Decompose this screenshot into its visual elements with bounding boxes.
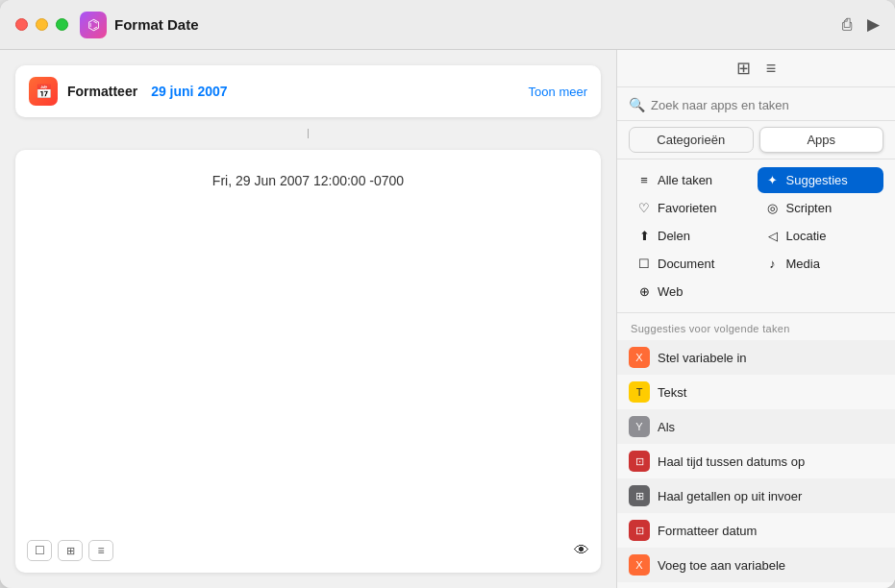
suggestion-label: Haal tijd tussen datums op (658, 454, 805, 469)
scripts-icon: ◎ (765, 201, 781, 215)
all-tasks-icon: ≡ (636, 173, 652, 187)
flow-connector (308, 129, 309, 138)
suggestion-label: Stel variabele in (658, 351, 747, 365)
category-location-label: Locatie (786, 229, 827, 243)
category-document[interactable]: ☐ Document (629, 251, 756, 277)
list-item[interactable]: T Tekst (617, 375, 895, 409)
category-share-label: Delen (658, 229, 690, 243)
document-icon: ☐ (636, 257, 652, 271)
category-grid: ≡ Alle taken ✦ Suggesties ♡ Favorieten ◎… (617, 159, 895, 313)
list-view-button[interactable]: ≡ (88, 540, 113, 561)
category-share[interactable]: ⬆ Delen (629, 223, 756, 249)
result-block: Fri, 29 Jun 2007 12:00:00 -0700 ☐ ⊞ ≡ 👁 (15, 150, 601, 573)
category-location[interactable]: ◁ Locatie (758, 223, 884, 249)
fullscreen-button[interactable] (56, 18, 68, 31)
web-icon: ⊕ (636, 284, 652, 299)
left-panel: 📅 Formatteer 29 juni 2007 Toon meer Fri,… (0, 50, 616, 588)
category-web-label: Web (658, 284, 684, 299)
suggestion-icon: Y (629, 416, 650, 437)
suggestion-icon: ⊡ (629, 451, 650, 472)
list-item[interactable]: ⊡ Formatteer datum (617, 513, 895, 548)
share-icon[interactable]: ⎙ (842, 15, 852, 35)
tab-bar: Categorieën Apps (617, 121, 895, 159)
category-media[interactable]: ♪ Media (758, 251, 884, 277)
category-document-label: Document (658, 257, 714, 271)
category-all[interactable]: ≡ Alle taken (629, 167, 756, 193)
list-item[interactable]: Y Als (617, 409, 895, 444)
category-suggestions[interactable]: ✦ Suggesties (758, 167, 884, 193)
category-favorites[interactable]: ♡ Favorieten (629, 195, 756, 221)
titlebar: ⌬ Format Date ⎙ ▶ (0, 0, 895, 50)
eye-icon[interactable]: 👁 (574, 542, 589, 559)
search-input[interactable] (651, 98, 883, 112)
category-scripts[interactable]: ◎ Scripten (758, 195, 884, 221)
tab-categories[interactable]: Categorieën (629, 127, 754, 153)
add-to-dock-icon[interactable]: ⊞ (736, 58, 751, 79)
view-buttons: ☐ ⊞ ≡ (27, 540, 113, 561)
suggestion-icon: X (629, 347, 650, 368)
result-toolbar: ☐ ⊞ ≡ 👁 (27, 540, 589, 561)
list-item[interactable]: ⊞ Haal getallen op uit invoer (617, 478, 895, 513)
category-web[interactable]: ⊕ Web (629, 279, 756, 305)
suggestion-label: Voeg toe aan variabele (658, 558, 785, 573)
main-window: ⌬ Format Date ⎙ ▶ 📅 Formatteer 29 juni 2… (0, 0, 895, 588)
list-item[interactable]: T Haal tekst op uit invoer (617, 582, 895, 588)
category-favorites-label: Favorieten (658, 201, 716, 215)
minimize-button[interactable] (36, 18, 48, 31)
result-text: Fri, 29 Jun 2007 12:00:00 -0700 (31, 173, 585, 188)
list-item[interactable]: X Voeg toe aan variabele (617, 548, 895, 582)
suggestion-label: Tekst (658, 385, 686, 400)
action-more-button[interactable]: Toon meer (529, 85, 587, 99)
suggestion-icon: ⊡ (629, 520, 650, 541)
category-suggestions-label: Suggesties (786, 173, 848, 187)
right-panel-header: ⊞ ≡ (617, 50, 895, 87)
search-icon: 🔍 (629, 97, 645, 112)
action-block[interactable]: 📅 Formatteer 29 juni 2007 Toon meer (15, 65, 601, 117)
app-icon: ⌬ (80, 12, 107, 38)
suggestion-icon: T (629, 381, 650, 403)
tab-apps[interactable]: Apps (759, 127, 884, 153)
main-content: 📅 Formatteer 29 juni 2007 Toon meer Fri,… (0, 50, 895, 588)
favorites-icon: ♡ (636, 201, 652, 215)
suggestions-icon: ✦ (765, 173, 781, 187)
location-icon: ◁ (765, 229, 781, 243)
suggestions-section-header: Suggesties voor volgende taken (617, 313, 895, 340)
search-bar: 🔍 (617, 87, 895, 121)
suggestion-icon: X (629, 554, 650, 576)
share-category-icon: ⬆ (636, 229, 652, 243)
filter-icon[interactable]: ≡ (766, 59, 777, 79)
media-icon: ♪ (765, 257, 781, 271)
suggestion-label: Haal getallen op uit invoer (658, 489, 802, 503)
window-title: Format Date (114, 16, 842, 33)
list-item[interactable]: X Stel variabele in (617, 340, 895, 375)
category-scripts-label: Scripten (786, 201, 833, 215)
suggestion-label: Als (658, 420, 675, 434)
run-icon[interactable]: ▶ (867, 14, 880, 35)
suggestion-icon: ⊞ (629, 485, 650, 506)
single-view-button[interactable]: ☐ (27, 540, 52, 561)
action-block-icon: 📅 (29, 77, 58, 106)
titlebar-actions: ⎙ ▶ (842, 14, 880, 35)
grid-view-button[interactable]: ⊞ (58, 540, 83, 561)
category-all-label: Alle taken (658, 173, 712, 187)
close-button[interactable] (15, 18, 28, 31)
action-value: 29 juni 2007 (151, 84, 227, 99)
category-media-label: Media (786, 257, 820, 271)
suggestion-label: Formatteer datum (658, 524, 757, 538)
right-panel: ⊞ ≡ 🔍 Categorieën Apps ≡ Alle taken (616, 50, 895, 588)
action-label: Formatteer (67, 84, 137, 99)
list-item[interactable]: ⊡ Haal tijd tussen datums op (617, 444, 895, 478)
traffic-lights (15, 18, 68, 31)
suggestion-list: X Stel variabele in T Tekst Y Als ⊡ Haal… (617, 340, 895, 588)
